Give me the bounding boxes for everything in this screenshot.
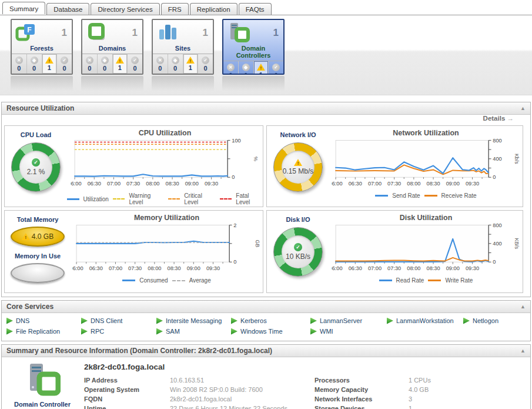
disk-utilization-chart: 06:0006:3007:0007:3008:0008:3009:0009:30… <box>332 222 521 277</box>
tab-replication[interactable]: Replication <box>190 3 237 15</box>
svg-text:Kb/s: Kb/s <box>514 154 520 164</box>
svg-text:08:00: 08:00 <box>407 265 420 271</box>
svg-text:06:00: 06:00 <box>332 181 343 187</box>
collapse-icon[interactable]: ▲ <box>520 105 526 111</box>
svg-text:100: 100 <box>232 138 240 144</box>
status-cell-critical[interactable]: ◆0 <box>27 54 42 74</box>
tab-frs[interactable]: FRS <box>161 3 189 15</box>
service-label: WMI <box>320 328 333 335</box>
service-lanmanserver[interactable]: LanmanServer <box>310 317 387 324</box>
resource-utilization-header[interactable]: Resource Utilization ▲ <box>2 102 530 115</box>
error-icon: ✕ <box>156 56 164 64</box>
memory-chart-column: Memory Utilization 06:0006:3007:0007:300… <box>71 211 263 292</box>
service-label: LanmanWorkstation <box>396 317 454 324</box>
details-arrow-icon: → <box>507 115 514 122</box>
status-count: 1 <box>189 64 192 71</box>
status-cell-error[interactable]: ✕0 <box>223 61 239 75</box>
tab-faqts[interactable]: FAQts <box>239 3 272 15</box>
service-rpc[interactable]: RPC <box>81 328 156 335</box>
service-running-icon <box>387 318 393 324</box>
service-netlogon[interactable]: Netlogon <box>463 317 526 324</box>
svg-text:F: F <box>27 26 31 34</box>
service-wmi[interactable]: WMI <box>310 328 387 335</box>
status-cell-critical[interactable]: ◆0 <box>239 61 254 75</box>
tile-status-row: ✕0◆0!1✓0 <box>153 54 213 74</box>
svg-text:06:30: 06:30 <box>348 181 362 187</box>
status-cell-critical[interactable]: ◆0 <box>98 54 113 74</box>
service-running-icon <box>463 318 470 324</box>
core-services-header[interactable]: Core Services ▲ <box>2 301 530 313</box>
tile-sites[interactable]: 1 Sites ✕0◆0!1✓0 <box>152 19 214 75</box>
svg-text:07:00: 07:00 <box>108 265 122 271</box>
status-cell-normal[interactable]: ✓0 <box>57 54 72 74</box>
normal-icon: ✓ <box>61 56 68 64</box>
disk-chart-title: Disk Utilization <box>400 214 453 222</box>
legend-sample <box>424 195 437 197</box>
legend-sample <box>375 195 388 197</box>
svg-text:08:00: 08:00 <box>407 181 420 187</box>
service-lanmanworkstation[interactable]: LanmanWorkstation <box>387 317 463 324</box>
cpu-chart-legend: UtilizationWarning LevelCritical LevelFa… <box>67 192 263 205</box>
status-cell-critical[interactable]: ◆0 <box>168 54 183 74</box>
cpu-load-value: 2.1 % <box>27 168 45 176</box>
memory-in-use-pill[interactable] <box>11 263 65 283</box>
status-cell-warning[interactable]: !1 <box>113 54 128 74</box>
status-count: 0 <box>32 65 36 72</box>
svg-text:09:30: 09:30 <box>465 181 479 187</box>
section-core-services: Core Services ▲ DNSDNS ClientIntersite M… <box>1 300 531 341</box>
cpu-load-gauge[interactable]: ✓ 2.1 % <box>11 142 61 192</box>
service-intersite-messaging[interactable]: Intersite Messaging <box>156 317 231 324</box>
critical-icon: ◆ <box>101 56 109 64</box>
field-value: 22 Days 6 Hours 12 Minutes 22 Seconds <box>170 404 314 409</box>
tab-database[interactable]: Database <box>46 3 89 15</box>
service-dns-client[interactable]: DNS Client <box>81 317 156 324</box>
memory-in-use-title: Memory In Use <box>15 252 61 260</box>
fields-right: Processors1 CPUsMemory Capacity4.0 GBNet… <box>314 376 431 409</box>
field-label: Storage Devices <box>314 404 409 409</box>
legend-sample <box>172 280 185 281</box>
status-cell-normal[interactable]: ✓0 <box>269 61 283 75</box>
domain-icon <box>86 22 109 44</box>
section-resource-utilization: Resource Utilization ▲ Details → CPU Loa… <box>1 102 531 297</box>
disk-chart-column: Disk Utilization 06:0006:3007:0007:3008:… <box>329 211 523 292</box>
status-cell-normal[interactable]: ✓0 <box>128 54 142 74</box>
status-cell-warning[interactable]: !1 <box>183 54 199 74</box>
status-cell-error[interactable]: ✕0 <box>82 54 98 74</box>
section-summary-info: Summary and Resource Information (Domain… <box>1 344 531 409</box>
collapse-icon[interactable]: ▲ <box>520 348 526 354</box>
normal-icon: ✓ <box>131 56 139 64</box>
summary-info-header[interactable]: Summary and Resource Information (Domain… <box>2 345 530 357</box>
status-cell-error[interactable]: ✕0 <box>12 54 27 74</box>
tile-domains[interactable]: 1 Domains ✕0◆0!1✓0 <box>81 19 143 75</box>
status-cell-error[interactable]: ✕0 <box>153 54 168 74</box>
legend-label: Receive Rate <box>441 192 477 199</box>
status-count: 1 <box>259 71 263 75</box>
collapse-icon[interactable]: ▲ <box>520 304 526 310</box>
status-cell-warning[interactable]: !1 <box>42 54 58 74</box>
status-cell-normal[interactable]: ✓0 <box>198 54 213 74</box>
tile-forests[interactable]: F 1 Forests ✕0◆0!1✓0 <box>11 19 73 75</box>
error-icon: ✕ <box>15 56 23 64</box>
details-link[interactable]: Details → <box>483 115 514 122</box>
service-label: Kerberos <box>240 317 267 324</box>
network-io-gauge[interactable]: ! 0.15 Mb/s <box>273 142 323 192</box>
error-icon: ✕ <box>86 56 93 64</box>
tab-summary[interactable]: Summary <box>2 2 45 14</box>
service-windows-time[interactable]: Windows Time <box>231 328 310 335</box>
field-value: 1 CPUs <box>409 376 431 385</box>
service-dns[interactable]: DNS <box>6 317 81 324</box>
disk-gauge-column: Disk I/O ✓ 10 KB/s <box>267 211 329 292</box>
total-memory-pill[interactable]: ! 4.0 GB <box>11 227 65 247</box>
service-file-replication[interactable]: File Replication <box>6 328 81 335</box>
service-sam[interactable]: SAM <box>156 328 231 335</box>
svg-text:09:00: 09:00 <box>446 265 459 271</box>
field-value: 2k8r2-dc01.foga.local <box>170 395 314 404</box>
service-kerberos[interactable]: Kerberos <box>231 317 310 324</box>
legend-sample <box>113 198 125 199</box>
disk-io-gauge[interactable]: ✓ 10 KB/s <box>273 227 323 277</box>
tile-count: 1 <box>62 27 67 39</box>
status-cell-warning[interactable]: !1 <box>254 61 269 75</box>
critical-icon: ◆ <box>31 56 38 64</box>
tile-domain-controllers[interactable]: 1 Domain Controllers ✕0◆0!1✓0 <box>222 19 285 75</box>
tab-directory-services[interactable]: Directory Services <box>91 3 159 15</box>
